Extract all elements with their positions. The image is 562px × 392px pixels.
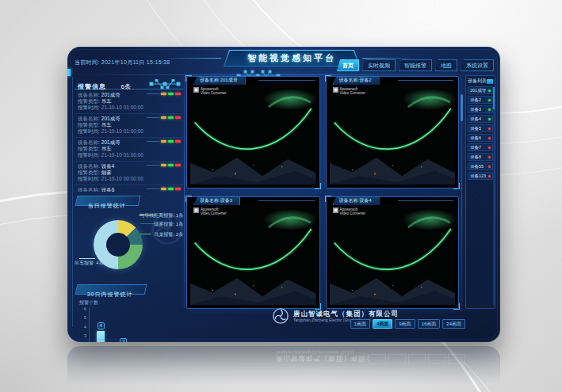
severity-chip-red bbox=[175, 140, 181, 143]
severity-chip-green bbox=[168, 188, 174, 190]
severity-chip-red bbox=[175, 93, 181, 95]
bar-column: 0 与导线距离 bbox=[159, 308, 179, 342]
view-16-button[interactable]: 16画面 bbox=[418, 319, 441, 329]
severity-chip-orange bbox=[161, 164, 166, 166]
watermark-logo-icon bbox=[333, 207, 338, 213]
bar-chart-yticks: 6 5 4 3 2 1 0 bbox=[76, 306, 86, 342]
device-value: 设备6 bbox=[101, 187, 115, 192]
device-name: 设备123 bbox=[470, 173, 486, 179]
tab-live-video[interactable]: 实时视频 bbox=[362, 59, 396, 71]
video-wall: 设备名称:201成哥 bbox=[186, 76, 459, 309]
device-list-item[interactable]: 设备8 bbox=[468, 153, 493, 161]
video-stream[interactable]: Apowersoft Video Converter bbox=[190, 204, 316, 305]
severity-chip-green bbox=[168, 93, 174, 95]
device-status-dot bbox=[488, 127, 491, 130]
video-watermark: Apowersoft Video Converter bbox=[193, 207, 226, 215]
alarm-panel-header: 报警信息 6条 bbox=[75, 77, 183, 89]
daily-stats-title-tab: 当日报警统计 bbox=[75, 196, 141, 206]
device-list-item[interactable]: 设备4 bbox=[468, 115, 493, 123]
alarm-severity-indicator bbox=[147, 116, 181, 119]
device-list-header: 设备列表 bbox=[468, 78, 493, 85]
watermark-line2: Video Converter bbox=[201, 211, 226, 215]
view-9-button[interactable]: 9画面 bbox=[395, 319, 415, 329]
severity-chip-orange bbox=[161, 116, 166, 119]
severity-chip-red bbox=[175, 116, 181, 119]
alarm-list: 设备名称:201成哥 报警类型:吊车 报警时间:21-10-10 01:00:0… bbox=[75, 90, 183, 192]
device-name: 设备8 bbox=[470, 154, 481, 160]
alarm-list-item[interactable]: 设备名称:201成哥 报警类型:吊车 报警时间:21-10-10 01:00:0… bbox=[75, 90, 183, 114]
video-watermark: Apowersoft Video Converter bbox=[333, 87, 365, 95]
alarm-panel: 报警信息 6条 设备名称:201成哥 报警类型:吊车 报警时间:21-10-10… bbox=[72, 77, 183, 327]
device-list-panel: 设备列表 201成哥 设备2 设备3 设备4 设备5 设备6 设备7 设备8 设… bbox=[465, 75, 495, 309]
company-name-cn: 唐山智诚电气（集团）有限公司 bbox=[293, 310, 399, 318]
daily-donut-hole bbox=[106, 233, 130, 257]
view-4-button[interactable]: 4画面 bbox=[373, 319, 392, 329]
video-frame-art bbox=[330, 84, 456, 185]
device-label: 设备名称: bbox=[78, 139, 100, 145]
video-tile-2[interactable]: 设备名称:设备2 bbox=[326, 76, 460, 188]
banner-line bbox=[362, 58, 411, 59]
view-24-button[interactable]: 24画面 bbox=[442, 319, 465, 329]
video-stream[interactable]: Apowersoft Video Converter bbox=[190, 84, 316, 185]
tab-settings[interactable]: 系统设置 bbox=[461, 59, 494, 71]
video-tile-4[interactable]: 设备名称:设备4 bbox=[326, 196, 460, 309]
watermark-line2: Video Converter bbox=[340, 91, 365, 95]
tile-header-line bbox=[398, 200, 454, 201]
alarm-severity-indicator bbox=[147, 140, 181, 143]
device-status-dot bbox=[488, 99, 491, 101]
device-list-item[interactable]: 设备5 bbox=[468, 124, 493, 132]
device-status-dot bbox=[488, 166, 491, 168]
device-list-item[interactable]: 201成哥 bbox=[468, 86, 493, 94]
dashboard-reflection: 唐山智诚电气（集团）有限公司 Tangshan Zhicheng Electri… bbox=[67, 346, 500, 392]
device-list-item[interactable]: 设备3 bbox=[468, 105, 493, 113]
alarm-list-item[interactable]: 设备名称:201成哥 报警类型:吊车 报警时间:21-10-10 01:00:0… bbox=[75, 138, 183, 162]
device-list-item[interactable]: 设备2 bbox=[468, 96, 493, 104]
video-watermark: Apowersoft Video Converter bbox=[193, 87, 226, 95]
severity-chip-green bbox=[168, 164, 174, 166]
device-name: 设备4 bbox=[470, 116, 481, 122]
time-value: 21-10-10 01:00:00 bbox=[101, 152, 143, 158]
type-label: 报警类型: bbox=[78, 146, 100, 151]
video-tile-1[interactable]: 设备名称:201成哥 bbox=[186, 76, 320, 188]
device-list-item[interactable]: 设备55 bbox=[468, 162, 493, 170]
alarm-list-item[interactable]: 设备名称:设备6 报警类型:吊车 报警时间:21-10-10 01:00:00 bbox=[75, 185, 183, 192]
device-list-scroll-thumb[interactable] bbox=[493, 87, 495, 109]
tile-header-line bbox=[258, 80, 315, 81]
device-list-item[interactable]: 设备123 bbox=[468, 172, 493, 180]
view-1-button[interactable]: 1画面 bbox=[350, 319, 370, 329]
alarm-list-item[interactable]: 设备名称:201成哥 报警类型:吊车 报警时间:21-10-10 01:00:0… bbox=[75, 114, 183, 138]
device-name: 设备5 bbox=[470, 126, 481, 131]
current-time: 当前时间: 2021年10月11日 15:15:38 bbox=[75, 59, 170, 67]
video-tile-3[interactable]: 设备名称:设备3 bbox=[186, 196, 320, 309]
severity-chip-orange bbox=[161, 93, 166, 95]
time-value: 21-10-10 00:00:00 bbox=[101, 176, 143, 181]
bar-column: 4 吊车 bbox=[90, 308, 111, 342]
type-value: 吊车 bbox=[101, 98, 112, 104]
divider-scroll-thumb[interactable] bbox=[461, 94, 463, 121]
device-name: 设备3 bbox=[470, 107, 481, 112]
ytick: 6 bbox=[84, 306, 86, 311]
device-list: 201成哥 设备2 设备3 设备4 设备5 设备6 设备7 设备8 设备55 设… bbox=[468, 86, 493, 180]
alarm-severity-indicator bbox=[147, 188, 181, 190]
video-stream[interactable]: Apowersoft Video Converter bbox=[330, 84, 456, 185]
bar-chart-ylabel: 报警个数 bbox=[79, 299, 98, 306]
monthly-stats-chart: 报警个数 6 5 4 3 2 1 0 4 吊车 2 bbox=[76, 299, 182, 342]
severity-chip-red bbox=[175, 164, 181, 166]
bar-value-bubble: 4 bbox=[97, 322, 105, 329]
time-label: 报警时间: bbox=[78, 152, 100, 158]
video-tile-title: 设备名称:设备4 bbox=[333, 196, 380, 205]
severity-chip-green bbox=[168, 140, 174, 143]
tab-map[interactable]: 地图 bbox=[435, 59, 457, 71]
video-stream[interactable]: Apowersoft Video Converter bbox=[330, 204, 456, 305]
device-list-scrollbar[interactable] bbox=[493, 87, 495, 305]
device-list-action-pill[interactable] bbox=[487, 79, 493, 84]
tab-home[interactable]: 首页 bbox=[337, 59, 359, 71]
watermark-logo-icon bbox=[333, 87, 338, 93]
device-list-item[interactable]: 设备7 bbox=[468, 143, 493, 151]
watermark-line2: Video Converter bbox=[201, 91, 226, 95]
alarm-list-item[interactable]: 设备名称:设备4 报警类型:烟雾 报警时间:21-10-10 00:00:00 bbox=[75, 162, 183, 185]
ytick: 3 bbox=[84, 333, 86, 338]
tab-smart-alarm[interactable]: 智能报警 bbox=[399, 59, 432, 71]
tile-header-line bbox=[258, 200, 315, 201]
device-list-item[interactable]: 设备6 bbox=[468, 134, 493, 142]
